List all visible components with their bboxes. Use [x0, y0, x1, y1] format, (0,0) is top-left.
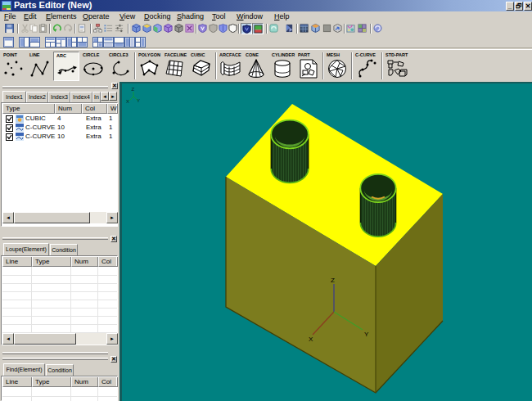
- svg-text:Y: Y: [137, 98, 140, 103]
- svg-text:Z: Z: [331, 277, 335, 284]
- svg-text:X: X: [309, 336, 313, 343]
- svg-text:X: X: [126, 99, 129, 104]
- svg-text:Y: Y: [364, 331, 369, 338]
- svg-text:Z: Z: [132, 87, 135, 92]
